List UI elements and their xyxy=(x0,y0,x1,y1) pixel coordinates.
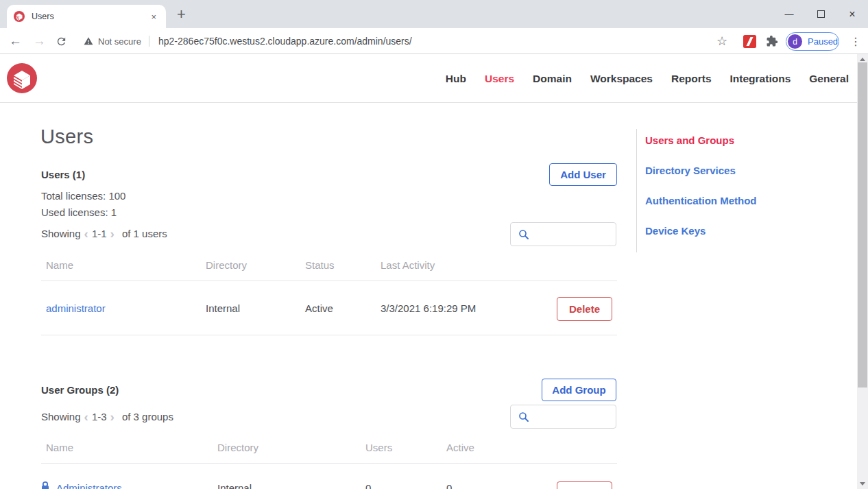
users-col-status: Status xyxy=(305,259,335,271)
users-pagination: Showing ‹ 1-1 › of 1 users xyxy=(41,227,167,240)
sidebar-item-device-keys[interactable]: Device Keys xyxy=(645,225,706,237)
next-page-icon[interactable]: › xyxy=(110,227,114,240)
sidebar-divider xyxy=(636,129,637,252)
bookmark-star-icon[interactable]: ☆ xyxy=(716,28,727,54)
tab-title: Users xyxy=(32,12,148,21)
sidebar-item-users-and-groups[interactable]: Users and Groups xyxy=(645,134,734,146)
maximize-button[interactable] xyxy=(805,0,836,28)
showing-total: of 1 users xyxy=(122,228,167,239)
user-directory: Internal xyxy=(206,302,240,314)
nav-integrations[interactable]: Integrations xyxy=(730,73,791,85)
browser-titlebar: Users × + — × xyxy=(0,0,868,28)
delete-group-button[interactable]: Delete xyxy=(557,481,612,489)
close-button[interactable]: × xyxy=(836,0,868,28)
users-search xyxy=(510,222,616,246)
nav-workspaces[interactable]: Workspaces xyxy=(590,73,653,85)
users-col-last-activity: Last Activity xyxy=(381,259,435,271)
groups-col-name: Name xyxy=(46,442,73,453)
tab-close-icon[interactable]: × xyxy=(148,12,159,22)
table-divider xyxy=(41,335,617,335)
user-status: Active xyxy=(305,302,333,314)
window-controls: — × xyxy=(773,0,868,28)
toolbar-separator xyxy=(149,36,149,47)
add-user-button[interactable]: Add User xyxy=(549,163,617,186)
page-title: Users xyxy=(40,126,93,148)
security-label: Not secure xyxy=(98,36,141,47)
page-scrollbar[interactable] xyxy=(857,54,868,489)
users-search-input[interactable] xyxy=(535,229,607,240)
table-divider xyxy=(41,463,617,464)
profile-avatar: d xyxy=(788,34,802,49)
nav-general[interactable]: General xyxy=(809,73,849,85)
nav-domain[interactable]: Domain xyxy=(533,73,572,85)
scroll-down-icon[interactable] xyxy=(860,482,865,486)
back-icon[interactable]: ← xyxy=(9,28,22,54)
groups-col-users: Users xyxy=(365,442,392,453)
showing-label: Showing xyxy=(41,411,81,422)
next-page-icon[interactable]: › xyxy=(110,410,114,423)
users-section-heading: Users (1) xyxy=(41,169,85,180)
browser-tab[interactable]: Users × xyxy=(7,5,166,28)
showing-range: 1-1 xyxy=(92,228,107,239)
address-bar[interactable]: hp2-286ec75f0c.westus2.cloudapp.azure.co… xyxy=(158,28,412,54)
profile-badge[interactable]: d Paused xyxy=(786,32,839,51)
showing-range: 1-3 xyxy=(92,411,107,422)
table-divider xyxy=(41,281,617,281)
delete-user-button[interactable]: Delete xyxy=(557,297,612,321)
showing-label: Showing xyxy=(41,228,81,239)
refresh-icon[interactable] xyxy=(56,28,67,54)
main-nav: Hub Users Domain Workspaces Reports Inte… xyxy=(446,54,849,103)
group-users-count: 0 xyxy=(365,482,371,489)
sidebar-item-authentication-method[interactable]: Authentication Method xyxy=(645,195,756,206)
groups-col-directory: Directory xyxy=(217,442,258,453)
search-icon xyxy=(518,411,530,423)
warning-icon xyxy=(84,36,93,46)
group-name-link[interactable]: Administrators xyxy=(56,482,122,489)
site-favicon-icon xyxy=(14,11,25,22)
prev-page-icon[interactable]: ‹ xyxy=(84,227,88,240)
groups-pagination: Showing ‹ 1-3 › of 3 groups xyxy=(41,410,173,423)
nav-users[interactable]: Users xyxy=(485,73,514,85)
groups-search xyxy=(510,405,616,429)
adblock-extension-icon[interactable] xyxy=(743,28,756,54)
app-header: Hub Users Domain Workspaces Reports Inte… xyxy=(0,54,868,103)
nav-reports[interactable]: Reports xyxy=(671,73,712,85)
users-col-directory: Directory xyxy=(206,259,247,271)
security-chip[interactable]: Not secure xyxy=(84,28,141,54)
add-group-button[interactable]: Add Group xyxy=(542,379,616,401)
total-licenses: Total licenses: 100 xyxy=(41,190,125,202)
menu-dots-icon[interactable]: ⋮ xyxy=(850,28,861,54)
groups-col-active: Active xyxy=(446,442,474,453)
extensions-puzzle-icon[interactable] xyxy=(766,28,778,54)
scroll-up-icon[interactable] xyxy=(860,58,865,61)
prev-page-icon[interactable]: ‹ xyxy=(84,410,88,423)
users-col-name: Name xyxy=(46,259,73,271)
groups-section-heading: User Groups (2) xyxy=(41,384,119,396)
search-icon xyxy=(518,228,530,241)
groups-search-input[interactable] xyxy=(535,412,607,422)
forward-icon[interactable]: → xyxy=(33,28,46,54)
new-tab-button[interactable]: + xyxy=(177,5,186,23)
profile-status: Paused xyxy=(808,36,838,47)
user-last-activity: 3/3/2021 6:19:29 PM xyxy=(381,302,476,314)
app-logo-icon[interactable] xyxy=(7,63,37,93)
showing-total: of 3 groups xyxy=(122,411,173,422)
user-name-link[interactable]: administrator xyxy=(46,302,106,314)
browser-toolbar: ← → Not secure hp2-286ec75f0c.westus2.cl… xyxy=(0,28,868,54)
sidebar-item-directory-services[interactable]: Directory Services xyxy=(645,165,736,176)
group-lock-icon xyxy=(40,481,50,489)
nav-hub[interactable]: Hub xyxy=(446,73,466,85)
group-directory: Internal xyxy=(217,482,252,489)
minimize-button[interactable]: — xyxy=(773,0,805,28)
used-licenses: Used licenses: 1 xyxy=(41,206,117,218)
group-active-count: 0 xyxy=(446,482,452,489)
scrollbar-thumb[interactable] xyxy=(858,62,867,387)
maximize-icon xyxy=(817,10,825,18)
